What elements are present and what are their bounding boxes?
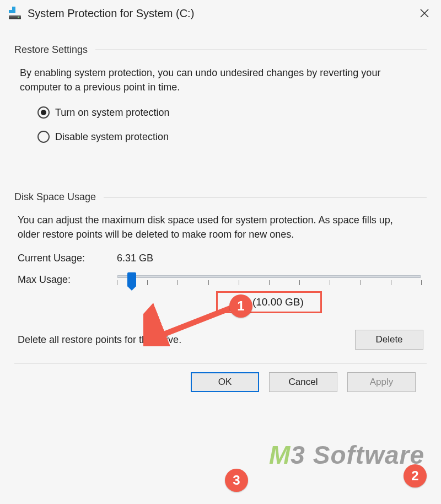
radio-off-label: Disable system protection <box>55 131 169 143</box>
restore-section-label: Restore Settings <box>14 44 88 56</box>
window-title: System Protection for System (C:) <box>28 7 194 20</box>
divider <box>14 363 427 363</box>
dialog-buttons: OK Cancel Apply <box>14 372 427 392</box>
radio-disable[interactable]: Disable system protection <box>37 131 427 143</box>
current-usage-value: 6.31 GB <box>117 253 153 264</box>
protection-radio-group: Turn on system protection Disable system… <box>37 106 427 143</box>
radio-indicator-off <box>37 131 50 143</box>
disk-description: You can adjust the maximum disk space us… <box>18 213 415 242</box>
close-icon <box>420 8 429 18</box>
close-button[interactable] <box>413 2 435 24</box>
apply-button[interactable]: Apply <box>347 372 416 392</box>
current-usage-row: Current Usage: 6.31 GB <box>18 253 427 264</box>
disk-section-label: Disk Space Usage <box>14 191 96 203</box>
annotation-badge-3: 3 <box>225 469 248 492</box>
current-usage-label: Current Usage: <box>18 253 117 264</box>
cancel-button[interactable]: Cancel <box>269 372 337 392</box>
delete-button[interactable]: Delete <box>355 330 423 350</box>
watermark: M3 Software <box>269 440 424 470</box>
slider-ticks <box>117 280 421 288</box>
divider <box>95 50 427 50</box>
radio-turn-on[interactable]: Turn on system protection <box>37 106 427 119</box>
max-usage-display: 5% (10.00 GB) <box>216 291 322 313</box>
max-usage-row: Max Usage: 5% (10.00 GB) <box>18 273 427 313</box>
divider <box>104 197 427 197</box>
disk-section-header: Disk Space Usage <box>14 191 427 203</box>
delete-description: Delete all restore points for this drive… <box>18 334 355 346</box>
max-usage-slider[interactable] <box>117 275 421 278</box>
max-usage-label: Max Usage: <box>18 273 117 286</box>
ok-button[interactable]: OK <box>191 372 259 392</box>
dialog-window: System Protection for System (C:) Restor… <box>0 0 441 504</box>
restore-section-header: Restore Settings <box>14 44 427 56</box>
drive-icon <box>9 7 22 20</box>
radio-on-label: Turn on system protection <box>55 107 169 119</box>
delete-row: Delete all restore points for this drive… <box>18 330 423 350</box>
radio-indicator-on <box>37 106 50 119</box>
titlebar: System Protection for System (C:) <box>0 0 441 29</box>
restore-description: By enabling system protection, you can u… <box>20 66 406 94</box>
